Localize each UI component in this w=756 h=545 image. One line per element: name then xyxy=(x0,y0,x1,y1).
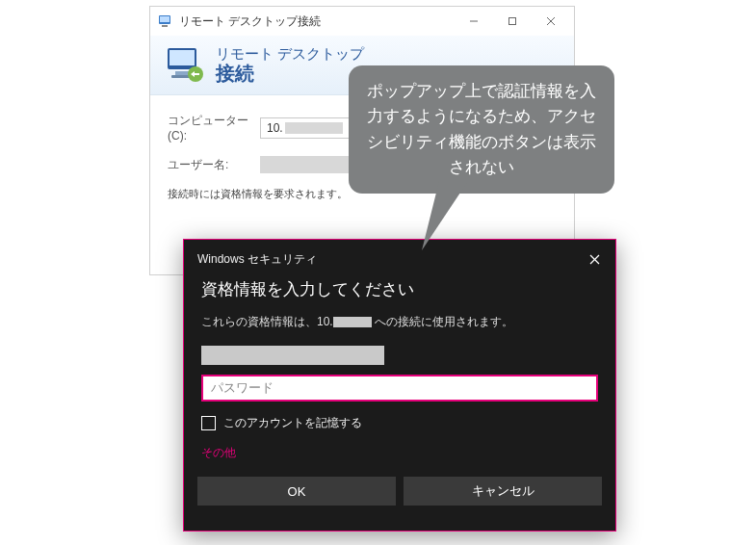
password-placeholder: パスワード xyxy=(211,379,274,397)
remember-row[interactable]: このアカウントを記憶する xyxy=(184,415,615,445)
svg-rect-8 xyxy=(169,50,195,65)
username-display-redacted xyxy=(201,346,384,365)
security-message: これらの資格情報は、10. への接続に使用されます。 xyxy=(184,310,615,342)
minimize-button[interactable] xyxy=(455,8,493,35)
security-titlebar: Windows セキュリティ xyxy=(184,240,615,274)
rdc-header-line1: リモート デスクトップ xyxy=(216,46,364,63)
svg-rect-4 xyxy=(509,18,516,25)
password-input[interactable]: パスワード xyxy=(201,375,598,402)
rdc-app-icon xyxy=(158,13,173,29)
rdc-header-line2: 接続 xyxy=(216,63,364,84)
close-icon[interactable] xyxy=(583,247,606,271)
computer-label: コンピューター(C): xyxy=(168,113,260,143)
window-controls xyxy=(455,8,570,35)
cancel-button[interactable]: キャンセル xyxy=(404,477,602,506)
svg-rect-2 xyxy=(162,25,168,27)
security-titlebar-text: Windows セキュリティ xyxy=(197,251,583,268)
rdc-header-icon xyxy=(164,44,206,87)
annotation-callout: ポップアップ上で認証情報を入力するようになるため、アクセシビリティ機能のボタンは… xyxy=(349,65,614,194)
security-dialog: Windows セキュリティ 資格情報を入力してください これらの資格情報は、1… xyxy=(183,239,616,532)
remember-checkbox[interactable] xyxy=(201,416,216,430)
computer-value-prefix: 10. xyxy=(267,121,283,135)
security-message-redacted xyxy=(333,317,372,327)
svg-rect-9 xyxy=(175,71,189,75)
computer-value-redacted xyxy=(285,122,343,134)
security-message-suffix: への接続に使用されます。 xyxy=(375,315,513,328)
rdc-header-text: リモート デスクトップ 接続 xyxy=(216,46,364,84)
close-button[interactable] xyxy=(532,8,570,35)
remember-label: このアカウントを記憶する xyxy=(223,415,362,431)
maximize-button[interactable] xyxy=(493,8,532,35)
ok-button[interactable]: OK xyxy=(197,477,396,506)
other-options-link[interactable]: その他 xyxy=(184,445,615,477)
security-message-prefix: これらの資格情報は、10. xyxy=(201,315,333,328)
security-heading: 資格情報を入力してください xyxy=(184,274,615,310)
rdc-titlebar: リモート デスクトップ接続 xyxy=(150,7,574,36)
annotation-text: ポップアップ上で認証情報を入力するようになるため、アクセシビリティ機能のボタンは… xyxy=(367,82,596,176)
rdc-window-title: リモート デスクトップ接続 xyxy=(179,13,455,30)
user-label: ユーザー名: xyxy=(168,157,260,173)
security-buttons: OK キャンセル xyxy=(184,477,615,517)
svg-rect-1 xyxy=(160,16,169,22)
